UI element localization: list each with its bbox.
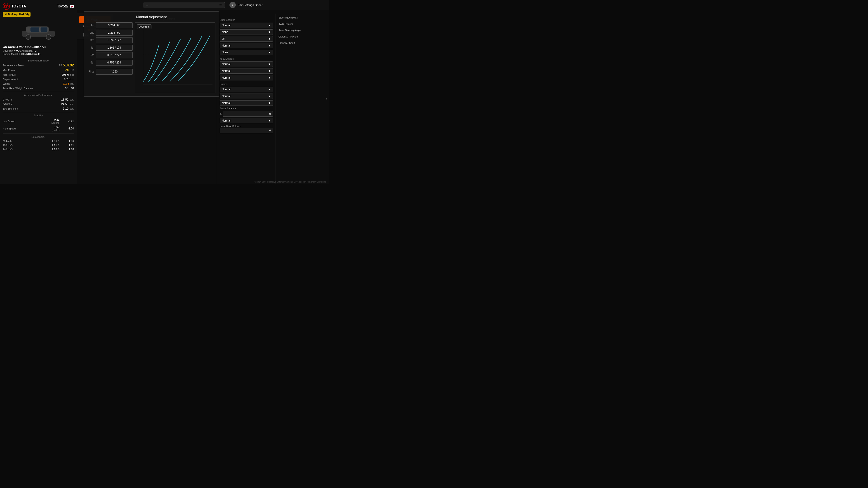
- brakes-v2-dropdown[interactable]: Normal ▼: [220, 94, 273, 99]
- exhaust-v3-val: Normal: [222, 76, 230, 79]
- exhaust-v2-dropdown[interactable]: Normal ▼: [220, 68, 273, 74]
- modal-title: Manual Adjustment: [88, 15, 215, 19]
- chevron-right-icon[interactable]: ›: [326, 97, 327, 101]
- toyota-logo-icon: [3, 3, 10, 10]
- brakes-v4-row: Normal ▼: [220, 118, 273, 123]
- displacement-row: Displacement 1618 cc: [3, 77, 74, 81]
- brakes-v4-dropdown[interactable]: Normal ▼: [220, 118, 273, 123]
- edit-settings-btn[interactable]: ● Edit Settings Sheet: [229, 2, 263, 8]
- accel-title: Acceleration Performance: [3, 94, 74, 96]
- far-right-item-3[interactable]: Clutch & Flywheel: [278, 35, 327, 38]
- svg-rect-8: [30, 27, 39, 32]
- gear-4-input[interactable]: 1.162 / 174: [96, 45, 133, 51]
- base-performance-title: Base Performance: [3, 59, 74, 62]
- exhaust-v1-val: Normal: [222, 63, 230, 66]
- brake-percent-row: % 0: [220, 111, 273, 117]
- gear-row-5: 5th 0.910 / 222: [88, 52, 133, 58]
- far-right-item-4[interactable]: Propeller Shaft: [278, 41, 327, 44]
- far-right-item-1[interactable]: 4WS System: [278, 23, 327, 25]
- car-name: GR Corolla MORIZO Edition '22: [3, 45, 74, 48]
- brakes-v2-row: Normal ▼: [220, 94, 273, 99]
- anti-lag-dropdown[interactable]: None ▼: [220, 29, 273, 35]
- brakes-v2-val: Normal: [222, 95, 230, 98]
- gear-1-input[interactable]: 3.214 / 63: [96, 22, 133, 28]
- gear-4-label: 4th: [88, 46, 94, 49]
- intercooler2-dropdown[interactable]: None ▼: [220, 50, 273, 55]
- intercooler-val: Normal: [222, 44, 230, 47]
- far-right-col: Steering Angle Kit 4WS System Rear Steer…: [276, 13, 329, 184]
- intercooler-settings-row: Normal ▼: [220, 43, 273, 48]
- anti-lag-val: None: [222, 31, 228, 34]
- pp-value: 514.92: [63, 63, 74, 67]
- brake-balance-row: Brake Balance: [220, 107, 273, 110]
- car-engine: Engine Model G16E-GTS-Corolla: [3, 53, 74, 55]
- rotg-title: Rotational G: [3, 135, 74, 138]
- edit-label: Edit Settings Sheet: [238, 3, 263, 7]
- divider-2: [3, 92, 74, 92]
- gear-6-label: 6th: [88, 61, 94, 64]
- brand-name-text: Toyota: [57, 4, 68, 8]
- turbo-arrow: ▼: [268, 24, 271, 27]
- accel-1000-row: 0-1000 m 24.59 sec.: [3, 102, 74, 106]
- far-right-item-0[interactable]: Steering Angle Kit: [278, 16, 327, 19]
- final-row: Final 4.250: [88, 69, 133, 74]
- intercooler-arrow: ▼: [268, 44, 271, 47]
- front-rear-input[interactable]: 0: [220, 128, 273, 133]
- gear-row-2: 2nd 2.238 / 90: [88, 30, 133, 36]
- rotg-cols: 60 km/h 1.06 G 1.06 120 km/h 1.11 G 1.11…: [3, 140, 74, 151]
- anti-lag-arrow: ▼: [268, 31, 271, 34]
- menu-icon[interactable]: ☰: [219, 3, 222, 7]
- gear-row-6: 6th 0.759 / 274: [88, 60, 133, 66]
- stability-cols: Low Speed -0.21 (Neutral) -0.21 High Spe…: [3, 118, 74, 132]
- intercooler2-val: None: [222, 51, 228, 54]
- anti-lag-sys-dropdown[interactable]: Off ▼: [220, 36, 273, 41]
- gear-6-input[interactable]: 0.759 / 274: [96, 60, 133, 66]
- svg-rect-9: [40, 27, 48, 32]
- brakes-v3-dropdown[interactable]: Normal ▼: [220, 100, 273, 106]
- gear-row-4: 4th 1.162 / 174: [88, 45, 133, 51]
- exhaust-v3-row: Normal ▼: [220, 75, 273, 80]
- svg-point-7: [46, 35, 51, 39]
- exhaust-v1-dropdown[interactable]: Normal ▼: [220, 61, 273, 67]
- brand-header: TOYOTA Toyota 🇯🇵: [3, 3, 74, 10]
- svg-point-6: [26, 35, 31, 39]
- search-value: --: [147, 3, 149, 7]
- final-input[interactable]: 4.250: [96, 69, 133, 74]
- anti-lag-sys-val: Off: [222, 37, 225, 40]
- intercooler-dropdown[interactable]: Normal ▼: [220, 43, 273, 48]
- pp-row: Performance Points PP 514.92: [3, 63, 74, 67]
- turbo-dropdown[interactable]: Normal ▼: [220, 23, 273, 28]
- settings-search[interactable]: -- ☰: [144, 2, 225, 8]
- brakes-v1-row: Normal ▼: [220, 87, 273, 92]
- intercooler2-arrow: ▼: [268, 51, 271, 54]
- turbo-val: Normal: [222, 24, 230, 27]
- supercharger-title: Supercharger: [220, 19, 273, 21]
- exhaust-v1-row: Normal ▼: [220, 61, 273, 67]
- brakes-v1-dropdown[interactable]: Normal ▼: [220, 87, 273, 92]
- rpm-chart: 7000 rpm: [135, 22, 215, 93]
- exhaust-v2-arrow: ▼: [268, 69, 271, 72]
- right-area: -- ☰ ● Edit Settings Sheet ⚠ Measure Mea…: [77, 0, 329, 184]
- exhaust-v3-dropdown[interactable]: Normal ▼: [220, 75, 273, 80]
- gear-table: 1st 3.214 / 63 2nd 2.238 / 90 3rd 1.592 …: [88, 22, 133, 93]
- brakes-v2-arrow: ▼: [268, 95, 271, 98]
- gear-3-input[interactable]: 1.592 / 127: [96, 37, 133, 43]
- torque-row: Max Torque 295.0 ft-lb: [3, 73, 74, 76]
- gear-1-label: 1st: [88, 24, 94, 27]
- brakes-v3-arrow: ▼: [268, 101, 271, 105]
- gear-5-input[interactable]: 0.910 / 222: [96, 52, 133, 58]
- top-bar: -- ☰ ● Edit Settings Sheet: [77, 0, 329, 10]
- brakes-v1-val: Normal: [222, 88, 230, 91]
- divider-4: [3, 133, 74, 134]
- far-right-item-2[interactable]: Rear Steering Angle: [278, 29, 327, 32]
- brake-percent-input[interactable]: 0: [223, 111, 273, 117]
- settings-col: Supercharger Normal ▼ None ▼ Off ▼: [217, 13, 276, 184]
- rpm-badge: 7000 rpm: [137, 24, 151, 29]
- gear-row-3: 3rd 1.592 / 127: [88, 37, 133, 43]
- exhaust-v3-arrow: ▼: [268, 76, 271, 79]
- gear-2-input[interactable]: 2.238 / 90: [96, 30, 133, 36]
- exhaust-v2-row: Normal ▼: [220, 68, 273, 74]
- car-silhouette: [18, 22, 59, 40]
- stability-title: Stability: [3, 114, 74, 117]
- intercooler2-settings-row: None ▼: [220, 50, 273, 55]
